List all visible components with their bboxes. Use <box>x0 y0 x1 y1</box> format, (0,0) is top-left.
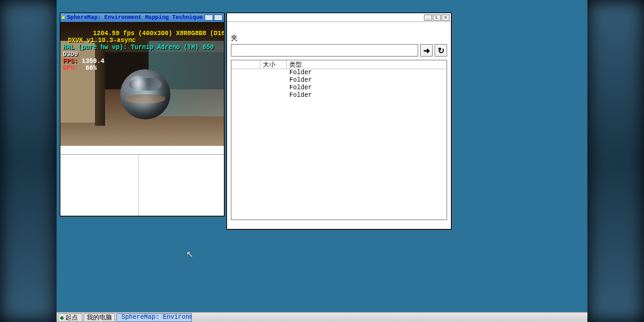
letterbox-left <box>0 0 57 322</box>
max-button[interactable]: L <box>433 14 441 21</box>
col-size[interactable]: 大小 <box>260 60 287 69</box>
path-label: 夹 <box>231 33 447 43</box>
titlebar[interactable]: ✖ SphereMap: Environment Mapping Techniq… <box>60 13 224 22</box>
task-label: 我的电脑 <box>87 313 112 322</box>
overlay-line1: 1204.59 fps (400x300) X8R8G8B8 (D16) <box>93 30 224 37</box>
desktop[interactable]: ✖ SphereMap: Environment Mapping Techniq… <box>57 0 587 322</box>
list-item[interactable]: Folder <box>231 69 447 77</box>
col-name[interactable] <box>231 60 260 69</box>
rows-container: Folder Folder Folder Folder <box>231 69 447 99</box>
file-list[interactable]: 大小 类型 Folder Folder Folder Folder <box>231 60 447 220</box>
col-type[interactable]: 类型 <box>287 60 447 69</box>
arrow-right-icon: ➜ <box>423 46 430 55</box>
fps-value: 1359.4 <box>82 58 104 65</box>
overlay-line3: HAL (pure hw vp): Turnip Adreno (TM) 650 <box>63 44 214 51</box>
start-label: 起点 <box>65 313 78 322</box>
spheremap-window[interactable]: ✖ SphereMap: Environment Mapping Techniq… <box>60 13 225 216</box>
app-icon: ✖ <box>62 14 65 21</box>
task-label: SphereMap: Environment... <box>121 314 192 321</box>
taskbar[interactable]: ◆ 起点 我的电脑 SphereMap: Environment... <box>57 312 587 322</box>
path-input[interactable] <box>231 44 418 57</box>
list-item[interactable]: Folder <box>231 77 447 84</box>
gpu-label: GPU: <box>63 65 86 72</box>
go-button[interactable]: ➜ <box>420 44 433 57</box>
column-headers[interactable]: 大小 类型 <box>231 60 447 69</box>
minimize-button[interactable] <box>204 14 213 21</box>
list-item[interactable]: Folder <box>231 92 447 99</box>
list-item[interactable]: Folder <box>231 84 447 92</box>
titlebar[interactable]: _ L ✕ <box>227 13 451 22</box>
letterbox-right <box>587 0 644 322</box>
perf-overlay: 1204.59 fps (400x300) X8R8G8B8 (D16) DXV… <box>63 23 224 79</box>
start-icon: ◆ <box>60 314 64 321</box>
min-button[interactable]: _ <box>424 14 432 21</box>
gpu-value: 66% <box>86 65 97 72</box>
window-title: SphereMap: Environment Mapping Technique <box>67 14 204 21</box>
cursor-icon: ↖ <box>186 249 194 259</box>
taskbar-item-mycomputer[interactable]: 我的电脑 <box>84 313 115 322</box>
close-button[interactable]: ✕ <box>441 14 450 21</box>
refresh-button[interactable]: ↻ <box>435 44 447 57</box>
refresh-icon: ↻ <box>438 46 445 55</box>
file-browser-window[interactable]: _ L ✕ 夹 ➜ ↻ 大小 类型 Folder <box>226 13 452 230</box>
maximize-button[interactable] <box>214 14 223 21</box>
render-viewport[interactable]: 1204.59 fps (400x300) X8R8G8B8 (D16) DXV… <box>60 22 224 146</box>
taskbar-item-spheremap[interactable]: SphereMap: Environment... <box>116 313 192 322</box>
fps-label: FPS: <box>63 58 82 65</box>
start-button[interactable]: ◆ 起点 <box>58 313 82 322</box>
overlay-line4: D3D9 <box>63 51 78 58</box>
overlay-line2: DXVK v1.10.3-async <box>68 37 136 44</box>
lower-panel <box>60 154 224 216</box>
